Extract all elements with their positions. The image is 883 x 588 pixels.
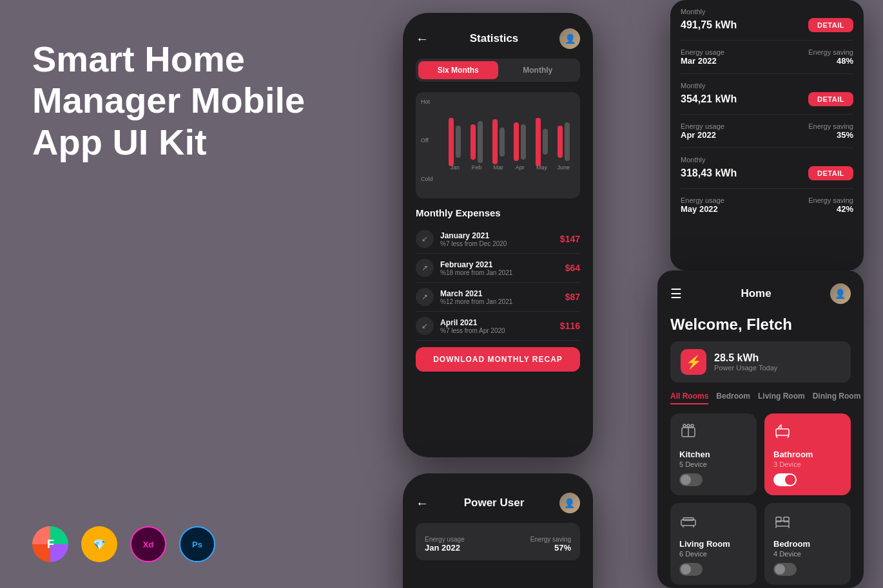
living-name: Living Room: [679, 539, 748, 549]
power-sub: Power Usage Today: [714, 364, 777, 372]
tab-all-rooms[interactable]: All Rooms: [670, 392, 708, 404]
bar-gray-mar: [500, 128, 505, 156]
power-usage-card: ⚡ 28.5 kWh Power Usage Today: [670, 341, 851, 383]
left-panel: Smart Home Manager Mobile App UI Kit: [32, 39, 354, 163]
power-back-arrow[interactable]: ←: [416, 496, 429, 511]
es-label-2: Energy saving: [808, 48, 853, 56]
power-avatar: 👤: [559, 493, 580, 513]
back-arrow[interactable]: ←: [416, 32, 429, 46]
room-card-living: Living Room 6 Device: [670, 503, 757, 585]
phone-notch: [466, 13, 530, 28]
tab-living-room[interactable]: Living Room: [758, 392, 805, 404]
bedroom-toggle[interactable]: [773, 563, 797, 576]
energy-saving-value: 57%: [530, 543, 571, 553]
bar-pink-jan: [449, 118, 454, 166]
hamburger-icon[interactable]: ☰: [670, 286, 682, 301]
sketch-icon[interactable]: 💎: [81, 526, 117, 562]
bedroom-name: Bedroom: [773, 539, 842, 549]
tab-dining-room[interactable]: Dining Room: [813, 392, 861, 404]
energy-row-3: Monthly 354,21 kWh DETAIL: [681, 74, 853, 115]
bar-mar: Mar: [489, 100, 507, 171]
monthly-label-1: Monthly: [681, 8, 853, 15]
kitchen-toggle[interactable]: [679, 473, 703, 486]
hot-label: Hot: [421, 99, 433, 105]
living-toggle[interactable]: [679, 563, 703, 576]
bar-may: May: [533, 100, 551, 171]
energy-row-1: Monthly 491,75 kWh DETAIL: [681, 0, 853, 41]
six-months-tab[interactable]: Six Months: [418, 61, 498, 79]
bar-pink-feb: [471, 124, 476, 160]
bar-gray-june: [565, 122, 570, 161]
xd-icon[interactable]: Xd: [130, 526, 166, 562]
bathroom-name: Bathroom: [773, 450, 842, 459]
monthly-value-3: 354,21 kWh: [681, 93, 737, 105]
figma-icon[interactable]: F: [32, 526, 68, 562]
welcome-text: Welcome, Fletch: [657, 310, 864, 341]
bar-pink-mar: [492, 119, 498, 164]
detail-btn-1[interactable]: DETAIL: [808, 18, 853, 32]
bathroom-toggle[interactable]: [773, 473, 797, 486]
bathroom-devices: 3 Device: [773, 460, 842, 468]
rooms-grid: Kitchen 5 Device Bathroom 3 Device: [657, 413, 864, 585]
bar-gray-apr: [521, 124, 526, 160]
kitchen-name: Kitchen: [679, 450, 748, 459]
expense-feb: ↗ February 2021 %18 more from Jan 2021 $…: [416, 254, 580, 283]
power-user-phone: ← Power User 👤 Energy usage Jan 2022 Ene…: [403, 473, 593, 588]
statistics-phone: ← Statistics 👤 Six Months Monthly Hot Of…: [403, 13, 593, 457]
expense-icon-apr: ↙: [416, 317, 434, 335]
svg-point-3: [687, 424, 690, 427]
bar-gray-feb: [478, 121, 483, 163]
download-btn[interactable]: DOWNLOAD MONTHLY RECAP: [416, 347, 580, 372]
power-header: ← Power User 👤: [416, 473, 580, 523]
mar-label: Mar: [493, 164, 503, 171]
expense-apr: ↙ April 2021 %7 less from Apr 2020 $116: [416, 312, 580, 341]
es-label-6: Energy saving: [808, 196, 853, 204]
expense-amount-feb: $64: [565, 263, 580, 273]
expense-info-apr: April 2021 %7 less from Apr 2020: [440, 318, 560, 334]
detail-btn-5[interactable]: DETAIL: [808, 166, 853, 180]
chart-y-labels: Hot Off Cold: [421, 99, 433, 182]
expense-month-feb: February 2021: [440, 260, 565, 269]
eu-value-6: May 2022: [681, 204, 724, 214]
tab-bedroom[interactable]: Bedroom: [716, 392, 750, 404]
energy-row-2: Energy usage Mar 2022 Energy saving 48%: [681, 41, 853, 74]
bar-jan: Jan: [446, 100, 464, 171]
bedroom-icon: [773, 512, 842, 534]
expense-month-mar: March 2021: [440, 289, 565, 298]
bar-pink-june: [558, 126, 563, 158]
expense-month-apr: April 2021: [440, 318, 560, 327]
tool-icons: F 💎 Xd Ps: [32, 526, 215, 562]
es-value-2: 48%: [808, 56, 853, 66]
energy-saving-label: Energy saving: [530, 536, 571, 543]
bar-gray-may: [543, 129, 548, 155]
may-label: May: [536, 164, 547, 171]
eu-label-4: Energy usage: [681, 122, 724, 130]
room-card-bathroom: Bathroom 3 Device: [764, 413, 851, 495]
jan-label: Jan: [451, 164, 460, 171]
tab-switcher: Six Months Monthly: [416, 59, 580, 82]
apr-label: Apr: [516, 164, 525, 171]
power-icon: ⚡: [681, 349, 706, 375]
room-card-kitchen: Kitchen 5 Device: [670, 413, 757, 495]
es-value-6: 42%: [808, 204, 853, 214]
monthly-label-5: Monthly: [681, 156, 853, 164]
expense-mar: ↗ March 2021 %12 more from Jan 2021 $87: [416, 283, 580, 312]
monthly-label-3: Monthly: [681, 82, 853, 90]
bar-june: June: [554, 100, 572, 171]
monthly-tab[interactable]: Monthly: [498, 61, 578, 79]
expense-info-jan: January 2021 %7 less from Dec 2020: [440, 231, 560, 247]
expense-sub-feb: %18 more from Jan 2021: [440, 269, 565, 276]
off-label: Off: [421, 137, 433, 144]
monthly-expenses-title: Monthly Expenses: [416, 207, 580, 218]
svg-point-4: [691, 424, 694, 427]
detail-btn-3[interactable]: DETAIL: [808, 92, 853, 106]
expense-sub-apr: %7 less from Apr 2020: [440, 327, 560, 334]
expense-sub-mar: %12 more from Jan 2021: [440, 298, 565, 305]
expense-info-mar: March 2021 %12 more from Jan 2021: [440, 289, 565, 305]
bar-apr: Apr: [511, 100, 529, 171]
bar-feb: Feb: [468, 100, 486, 171]
bar-pink-apr: [514, 122, 519, 161]
cold-label: Cold: [421, 176, 433, 182]
kitchen-devices: 5 Device: [679, 460, 748, 468]
ps-icon[interactable]: Ps: [179, 526, 215, 562]
